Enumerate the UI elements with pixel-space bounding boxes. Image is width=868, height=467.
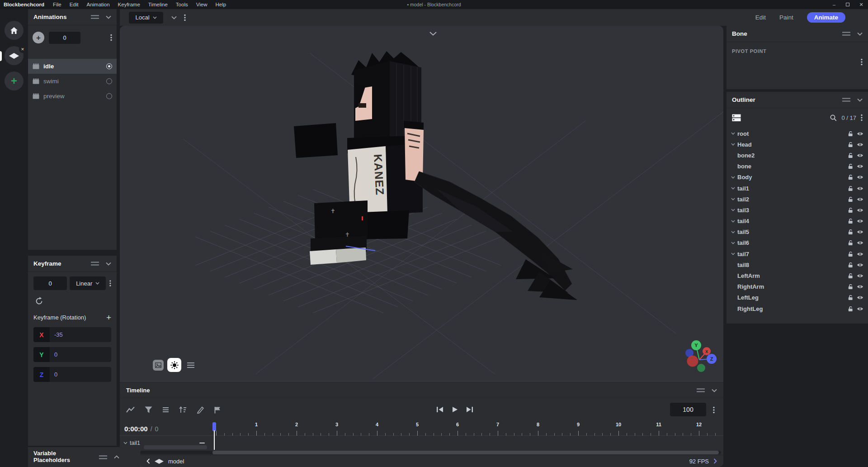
outliner-node-row[interactable]: tail5	[726, 227, 868, 238]
unlocked-icon[interactable]	[848, 262, 854, 268]
unlocked-icon[interactable]	[848, 152, 854, 158]
animation-play-state-icon[interactable]	[106, 63, 112, 69]
visibility-eye-icon[interactable]	[857, 164, 863, 169]
outliner-node-row[interactable]: LeftArm	[726, 270, 868, 281]
playback-speed-input[interactable]: 100	[670, 403, 706, 416]
node-expand-chevron-icon[interactable]	[731, 231, 735, 234]
menu-item[interactable]: Help	[211, 0, 230, 9]
visibility-eye-icon[interactable]	[857, 306, 863, 311]
visibility-eye-icon[interactable]	[857, 208, 863, 213]
add-keyframe-channel-button[interactable]: +	[106, 313, 111, 322]
bone-kebab-icon[interactable]	[861, 58, 863, 66]
menu-item[interactable]: View	[192, 0, 212, 9]
outliner-node-row[interactable]: tail2	[726, 194, 868, 205]
unlocked-icon[interactable]	[848, 306, 854, 312]
pencil-icon[interactable]	[197, 406, 204, 414]
unlocked-icon[interactable]	[848, 251, 854, 257]
add-animation-button[interactable]: +	[33, 32, 44, 43]
axis-value-input[interactable]: 0	[50, 367, 111, 382]
node-expand-chevron-icon[interactable]	[731, 187, 735, 190]
unlocked-icon[interactable]	[848, 174, 854, 180]
node-expand-chevron-icon[interactable]	[731, 253, 735, 255]
viewport-top-chevron-icon[interactable]	[429, 31, 437, 36]
menu-item[interactable]: Edit	[66, 0, 83, 9]
collapse-chevron-icon[interactable]	[857, 98, 863, 102]
home-button[interactable]	[5, 21, 24, 40]
node-expand-chevron-icon[interactable]	[731, 242, 735, 244]
interpolation-select[interactable]: Linear	[70, 276, 106, 290]
filter-icon[interactable]	[145, 406, 152, 413]
viewport-3d[interactable]: KANEZ ✝ ✝	[120, 26, 723, 382]
visibility-eye-icon[interactable]	[857, 186, 863, 191]
track-expand-chevron-icon[interactable]	[123, 442, 127, 444]
visibility-eye-icon[interactable]	[857, 219, 863, 224]
unlocked-icon[interactable]	[848, 295, 854, 300]
unlocked-icon[interactable]	[848, 207, 854, 213]
menu-item[interactable]: File	[49, 0, 66, 9]
axis-value-input[interactable]: 0	[50, 347, 111, 362]
animation-list-item[interactable]: preview	[28, 89, 117, 104]
drag-handle-icon[interactable]	[99, 455, 108, 459]
drag-handle-icon[interactable]	[842, 32, 851, 36]
menu-item[interactable]: Animation	[82, 0, 113, 9]
collapse-chevron-icon[interactable]	[712, 389, 717, 392]
background-image-button[interactable]	[153, 360, 164, 371]
keyframe-time-input[interactable]: 0	[33, 276, 67, 290]
jump-to-start-icon[interactable]	[436, 406, 443, 413]
gizmo-neg-x-ball[interactable]	[687, 356, 698, 367]
animation-play-state-icon[interactable]	[106, 78, 112, 84]
drag-handle-icon[interactable]	[842, 98, 851, 102]
close-icon[interactable]: ✕	[854, 0, 868, 9]
visibility-eye-icon[interactable]	[857, 284, 863, 289]
visibility-eye-icon[interactable]	[857, 252, 863, 257]
animation-count-input[interactable]: 0	[49, 32, 80, 44]
axis-value-input[interactable]: -35	[50, 327, 111, 342]
visibility-eye-icon[interactable]	[857, 153, 863, 158]
outliner-node-row[interactable]: bone	[726, 161, 868, 172]
expand-chevron-up-icon[interactable]	[114, 455, 119, 459]
visibility-eye-icon[interactable]	[857, 229, 863, 234]
play-icon[interactable]	[452, 406, 458, 413]
timeline-ruler-scale[interactable]: 123456789101112	[210, 421, 723, 436]
outliner-node-row[interactable]: Body	[726, 172, 868, 183]
visibility-eye-icon[interactable]	[857, 273, 863, 278]
collapse-chevron-icon[interactable]	[106, 262, 111, 266]
outliner-node-row[interactable]: tail8	[726, 259, 868, 270]
outliner-node-row[interactable]: bone2	[726, 150, 868, 161]
lighting-toggle-button[interactable]	[167, 358, 181, 372]
status-forward-chevron-icon[interactable]	[713, 458, 717, 464]
reset-keyframe-icon[interactable]	[34, 296, 44, 306]
unlocked-icon[interactable]	[848, 131, 854, 137]
node-expand-chevron-icon[interactable]	[731, 143, 735, 146]
flag-icon[interactable]	[214, 406, 221, 414]
node-expand-chevron-icon[interactable]	[731, 198, 735, 200]
unlocked-icon[interactable]	[848, 273, 854, 279]
visibility-eye-icon[interactable]	[857, 240, 863, 245]
outliner-node-row[interactable]: tail4	[726, 216, 868, 227]
menu-item[interactable]: Keyframe	[114, 0, 144, 9]
mode-tab[interactable]: Edit	[755, 14, 766, 21]
node-expand-chevron-icon[interactable]	[731, 220, 735, 223]
outliner-node-row[interactable]: tail6	[726, 238, 868, 248]
animations-menu-kebab-icon[interactable]	[110, 34, 112, 41]
visibility-eye-icon[interactable]	[857, 142, 863, 147]
visibility-eye-icon[interactable]	[857, 197, 863, 202]
list-lines-icon[interactable]	[162, 407, 169, 413]
unlocked-icon[interactable]	[848, 196, 854, 202]
drag-handle-icon[interactable]	[696, 388, 705, 392]
animation-list-item[interactable]: idle	[28, 59, 117, 74]
menu-item[interactable]: Timeline	[144, 0, 172, 9]
node-expand-chevron-icon[interactable]	[731, 132, 735, 135]
view-gizmo[interactable]: Y x Z	[685, 340, 717, 372]
collapse-chevron-icon[interactable]	[106, 15, 111, 19]
visibility-eye-icon[interactable]	[857, 131, 863, 136]
node-expand-chevron-icon[interactable]	[731, 176, 735, 179]
sort-tracks-icon[interactable]	[179, 406, 187, 413]
drag-handle-icon[interactable]	[90, 15, 99, 19]
menu-item[interactable]: Tools	[172, 0, 192, 9]
gizmo-neg-y-ball[interactable]	[697, 364, 705, 372]
visibility-eye-icon[interactable]	[857, 262, 863, 267]
visibility-eye-icon[interactable]	[857, 295, 863, 300]
status-back-chevron-icon[interactable]	[146, 458, 150, 464]
timeline-kebab-icon[interactable]	[713, 406, 715, 414]
